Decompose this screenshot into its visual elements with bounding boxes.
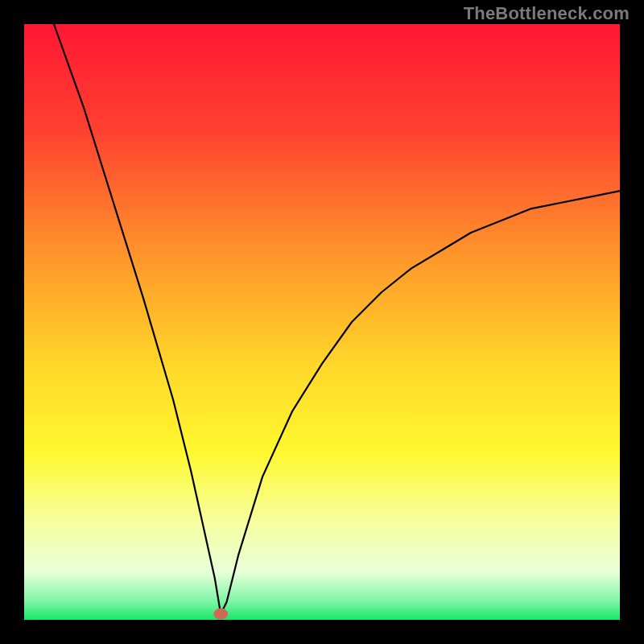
optimum-marker bbox=[213, 609, 228, 620]
bottleneck-chart bbox=[0, 0, 644, 644]
chart-frame bbox=[0, 0, 644, 644]
plot-background bbox=[24, 24, 620, 620]
watermark-text: TheBottleneck.com bbox=[464, 3, 630, 24]
